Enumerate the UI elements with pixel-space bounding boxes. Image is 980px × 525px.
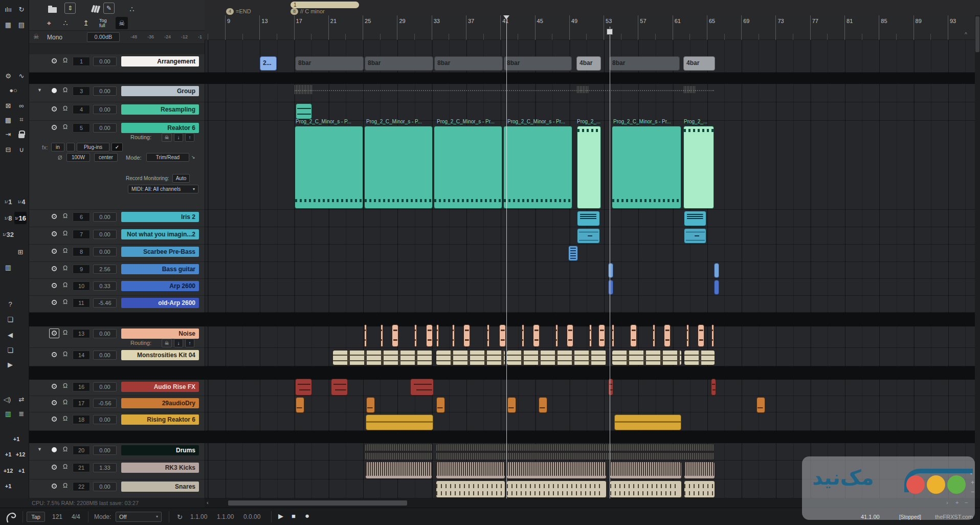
noise-item[interactable] xyxy=(698,324,704,347)
track-name-label[interactable]: RK3 Kicks xyxy=(121,463,199,473)
track-name-label[interactable]: Noise xyxy=(121,329,199,339)
headphones-icon[interactable]: Ω xyxy=(63,281,68,289)
automation-touch-icon[interactable]: ⌖ xyxy=(43,17,55,29)
headphones-icon[interactable]: Ω xyxy=(63,399,68,406)
snares-item[interactable] xyxy=(506,480,607,498)
monitor-speaker-icon[interactable]: ◁) xyxy=(1,393,13,405)
medblue-item[interactable] xyxy=(714,280,719,295)
track-volume[interactable]: 0.00 xyxy=(93,86,117,96)
track-volume[interactable]: 0.00 xyxy=(93,247,117,256)
snares-item[interactable] xyxy=(436,480,505,498)
normalize-peaks-icon[interactable]: ↥ xyxy=(80,17,92,29)
scroll-left-icon[interactable]: ‹ xyxy=(207,499,209,506)
track-volume[interactable]: 2.56 xyxy=(93,265,117,274)
arrangement-item[interactable]: 8bar xyxy=(295,56,364,71)
track-row-group[interactable]: ▼Ω30.00Group xyxy=(29,84,205,102)
red-item[interactable] xyxy=(410,379,434,396)
record-arm-button[interactable] xyxy=(52,484,57,489)
grid-snap-icon[interactable]: ▩ xyxy=(2,114,14,126)
routing-nodes-icon[interactable]: ∴ xyxy=(126,3,138,15)
master-skull-icon[interactable]: ☠ xyxy=(33,33,39,40)
headphones-icon[interactable]: Ω xyxy=(63,463,68,470)
kicks-item[interactable] xyxy=(506,462,607,479)
headphones-icon[interactable]: Ω xyxy=(63,298,68,305)
io-swap-icon[interactable]: ⇄ xyxy=(15,393,28,405)
piano-roll-icon[interactable]: ▥ xyxy=(2,261,14,273)
noise-item[interactable] xyxy=(414,324,417,347)
track-row-resampling[interactable]: Ω40.00Resampling xyxy=(29,102,205,121)
track-row-not-what-you-imagin-2[interactable]: Ω70.00Not what you imagin...2 xyxy=(29,227,205,245)
track-volume[interactable]: -0.56 xyxy=(93,399,117,408)
tap-tempo-button[interactable]: Tap xyxy=(27,512,45,522)
track-name-label[interactable]: Drums xyxy=(121,445,199,455)
chat-icon[interactable]: ❏ xyxy=(4,344,16,356)
track-row-old-arp-2600[interactable]: Ω11-5.46old-Arp 2600 xyxy=(29,296,205,313)
edit-position[interactable]: 1.1.00 xyxy=(217,513,234,520)
noise-item[interactable] xyxy=(686,324,689,347)
noise-routing-down-button[interactable]: ↓ xyxy=(174,339,183,347)
skyblue-item[interactable] xyxy=(608,263,613,278)
arrangement-item-selected[interactable]: 4bar xyxy=(683,56,715,71)
dots-icon[interactable]: ●○ xyxy=(7,84,19,96)
noise-item[interactable] xyxy=(533,324,540,347)
toggle-full-button[interactable]: Togfull xyxy=(99,17,114,29)
track-name-label[interactable]: Rising Reaktor 6 xyxy=(121,414,199,425)
open-folder-icon[interactable] xyxy=(46,3,58,15)
marker-label[interactable]: // C minor xyxy=(300,8,325,14)
lightgreen-item[interactable] xyxy=(683,126,714,209)
record-arm-button[interactable] xyxy=(52,266,57,271)
lock-icon[interactable] xyxy=(15,128,28,140)
track-volume[interactable]: 0.00 xyxy=(93,329,117,338)
track-row-audio-rise-fx[interactable]: Ω160.00Audio Rise FX xyxy=(29,380,205,396)
skyblue-item[interactable] xyxy=(714,263,719,278)
color-palette-icon[interactable] xyxy=(87,3,99,15)
noise-item[interactable] xyxy=(499,324,506,347)
edit-pencil-icon[interactable]: ✎ xyxy=(103,3,115,14)
record-arm-button[interactable] xyxy=(52,214,57,219)
track-name-label[interactable]: Arrangement xyxy=(121,56,199,67)
prev-marker-icon[interactable]: ◀ xyxy=(4,329,16,341)
orange-item[interactable] xyxy=(366,397,375,413)
list-grid-icon[interactable]: ▤ xyxy=(15,18,28,31)
help-icon[interactable]: ? xyxy=(4,298,16,310)
fx-in-button[interactable]: in xyxy=(51,143,64,151)
envelope-dots[interactable] xyxy=(295,90,714,91)
track-row-drums[interactable]: ▼Ω200.00Drums xyxy=(29,443,205,461)
audio-peaks-icon[interactable]: ılıı xyxy=(2,3,14,15)
cpu-grid-icon[interactable]: ▦ xyxy=(2,18,14,31)
pitch-b-button[interactable]: +12 xyxy=(13,448,28,461)
track-name-label[interactable]: Snares xyxy=(121,482,199,492)
red-item[interactable] xyxy=(608,379,613,396)
playback-position[interactable]: 1.1.00 xyxy=(190,513,207,520)
noise-item[interactable] xyxy=(555,324,558,347)
bluedots-item[interactable] xyxy=(568,246,578,261)
routing-list-icon[interactable]: ≣ xyxy=(15,407,28,420)
noise-item[interactable] xyxy=(463,324,470,347)
track-volume[interactable]: 0.00 xyxy=(93,230,117,239)
track-volume[interactable]: 0.00 xyxy=(93,482,117,491)
note-1-16-button[interactable]: 1/16 xyxy=(14,212,27,224)
bpm-value[interactable]: 121 xyxy=(52,513,62,520)
teal-item[interactable] xyxy=(434,126,502,209)
track-name-label[interactable]: Bass guitar xyxy=(121,264,199,274)
track-name-label[interactable]: Audio Rise FX xyxy=(121,382,199,392)
track-name-label[interactable]: Group xyxy=(121,86,199,96)
monst-item[interactable] xyxy=(506,350,607,365)
mode-grip-icon[interactable]: ↘ xyxy=(191,155,195,160)
automation-points-icon[interactable]: ∴ xyxy=(59,17,72,29)
headphones-icon[interactable]: Ω xyxy=(63,247,68,254)
track-name-label[interactable]: Monstrosities Kit 04 xyxy=(121,350,199,360)
track-volume[interactable]: 1.33 xyxy=(93,463,117,472)
noise-item[interactable] xyxy=(381,324,383,347)
record-arm-button[interactable] xyxy=(52,300,57,305)
arrangement-item[interactable]: 8bar xyxy=(434,56,503,71)
routing-skull-button[interactable]: ☠ xyxy=(162,133,172,142)
phase-symbol[interactable]: Ø xyxy=(58,155,62,161)
automation-mode-button[interactable]: Trim/Read xyxy=(146,153,189,162)
marker-pill[interactable]: 8 xyxy=(291,8,298,15)
teal-item[interactable] xyxy=(364,126,433,209)
headphones-icon[interactable]: Ω xyxy=(63,212,68,220)
waveform-preview[interactable] xyxy=(295,85,313,94)
project-settings-icon[interactable]: ⚙ xyxy=(2,70,14,82)
noise-item[interactable] xyxy=(522,324,524,347)
